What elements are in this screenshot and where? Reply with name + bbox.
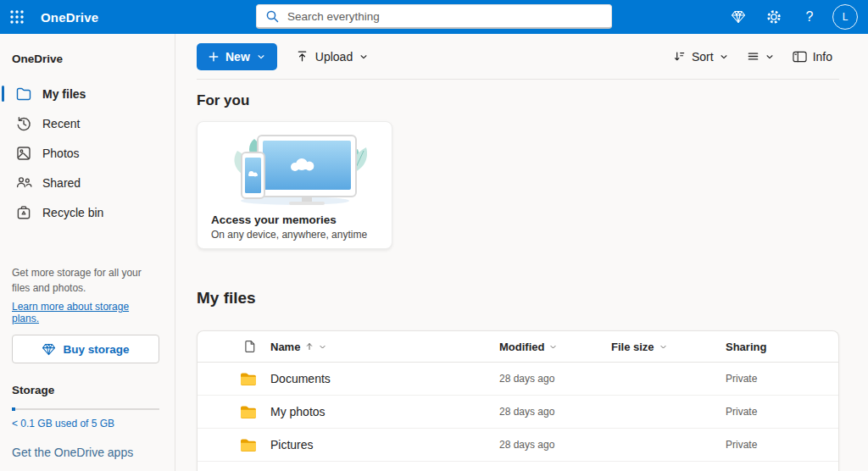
file-sharing: Private	[726, 406, 838, 418]
command-bar: New Upload	[197, 34, 839, 79]
chevron-down-icon	[549, 343, 557, 351]
info-pane-icon	[793, 51, 807, 63]
search-input[interactable]	[256, 4, 612, 29]
files-table: Name Modified File size	[197, 330, 839, 471]
plus-icon	[209, 52, 219, 62]
account-avatar[interactable]: L	[832, 4, 858, 30]
sidebar-item-my-files[interactable]: My files	[0, 79, 175, 108]
sidebar-item-label: My files	[42, 87, 86, 101]
buy-storage-button[interactable]: Buy storage	[12, 335, 159, 363]
memories-card-subtitle: On any device, anywhere, anytime	[211, 229, 392, 241]
premium-diamond-icon[interactable]	[722, 0, 754, 34]
sidebar: OneDrive My files Recent	[0, 34, 175, 471]
upload-button[interactable]: Upload	[286, 43, 378, 70]
recycle-bin-icon	[15, 204, 32, 221]
folder-icon	[198, 372, 270, 386]
info-button[interactable]: Info	[786, 43, 839, 70]
app-launcher-waffle-icon[interactable]	[0, 0, 34, 34]
app-title[interactable]: OneDrive	[41, 10, 98, 25]
column-header-modified[interactable]: Modified	[499, 341, 611, 353]
storage-progress-fill	[12, 407, 15, 411]
file-modified: 28 days ago	[499, 373, 611, 385]
sidebar-item-recycle-bin[interactable]: Recycle bin	[0, 197, 175, 227]
table-row-pictures[interactable]: Pictures 28 days ago Private	[198, 429, 838, 462]
search-box	[256, 4, 612, 29]
app-header: OneDrive ? L	[0, 0, 868, 34]
new-button-label: New	[225, 50, 250, 64]
file-name: Documents	[270, 372, 499, 385]
storage-heading: Storage	[12, 384, 159, 396]
sidebar-item-photos[interactable]: Photos	[0, 138, 175, 168]
for-you-heading: For you	[197, 92, 839, 109]
sidebar-item-label: Photos	[42, 147, 80, 160]
chevron-down-icon	[359, 53, 368, 61]
column-header-sharing[interactable]: Sharing	[726, 341, 838, 353]
main-content: New Upload	[175, 34, 868, 471]
chevron-down-icon	[659, 343, 667, 351]
image-icon	[15, 145, 32, 162]
list-view-icon	[747, 50, 760, 63]
chevron-down-icon	[319, 343, 326, 351]
header-actions: ? L	[722, 0, 863, 34]
chevron-down-icon	[257, 53, 265, 61]
sort-button-label: Sort	[692, 50, 714, 64]
chevron-down-icon	[720, 53, 728, 61]
folder-icon	[198, 405, 270, 419]
file-type-column-icon[interactable]	[198, 340, 270, 353]
column-header-file-size[interactable]: File size	[611, 341, 726, 353]
sort-button[interactable]: Sort	[666, 43, 735, 70]
view-controls: Sort	[666, 43, 839, 70]
storage-progress-bar	[12, 408, 159, 410]
file-modified: 28 days ago	[499, 439, 611, 451]
get-apps-link[interactable]: Get the OneDrive apps	[12, 446, 159, 459]
toolbar-divider	[197, 79, 839, 80]
folder-icon	[198, 438, 270, 452]
settings-gear-icon[interactable]	[758, 0, 790, 34]
file-name: My photos	[270, 405, 499, 418]
storage-promo-text: Get more storage for all your files and …	[12, 266, 158, 296]
new-button[interactable]: New	[197, 43, 277, 70]
column-header-name[interactable]: Name	[270, 341, 499, 353]
memories-card[interactable]: Access your memories On any device, anyw…	[197, 121, 392, 249]
folder-icon	[15, 86, 32, 103]
table-row-my-photos[interactable]: My photos 28 days ago Private	[198, 396, 838, 429]
memories-card-title: Access your memories	[211, 213, 392, 226]
file-modified: 28 days ago	[499, 406, 611, 418]
sidebar-storage-section: Get more storage for all your files and …	[0, 266, 175, 459]
buy-storage-label: Buy storage	[63, 343, 129, 356]
sidebar-item-shared[interactable]: Shared	[0, 168, 175, 197]
history-clock-icon	[15, 115, 32, 132]
document-icon	[243, 340, 257, 353]
storage-plans-link[interactable]: Learn more about storage plans.	[12, 301, 159, 324]
my-files-heading: My files	[197, 289, 839, 308]
sidebar-item-label: Shared	[42, 176, 81, 190]
avatar-initial: L	[843, 11, 849, 23]
help-icon[interactable]: ?	[793, 0, 826, 34]
info-button-label: Info	[813, 50, 832, 64]
file-sharing: Private	[726, 373, 838, 385]
chevron-down-icon	[765, 53, 774, 61]
view-options-button[interactable]	[740, 43, 781, 70]
sidebar-item-label: Recycle bin	[42, 206, 103, 219]
waffle-icon	[9, 9, 25, 25]
table-header-row: Name Modified File size	[198, 331, 838, 363]
storage-usage-text[interactable]: < 0.1 GB used of 5 GB	[12, 418, 159, 429]
sidebar-section-label: OneDrive	[0, 53, 175, 65]
sort-icon	[673, 50, 686, 63]
file-name: Pictures	[270, 438, 499, 452]
sidebar-item-label: Recent	[42, 117, 80, 130]
sort-ascending-arrow-icon	[305, 342, 314, 351]
table-row-documents[interactable]: Documents 28 days ago Private	[198, 363, 838, 396]
upload-icon	[296, 50, 309, 63]
memories-illustration	[210, 132, 380, 207]
file-sharing: Private	[726, 439, 838, 451]
search-icon	[265, 9, 280, 24]
active-indicator	[2, 86, 4, 102]
diamond-icon	[42, 343, 56, 356]
people-icon	[15, 175, 32, 191]
upload-button-label: Upload	[315, 50, 353, 64]
sidebar-item-recent[interactable]: Recent	[0, 108, 175, 138]
